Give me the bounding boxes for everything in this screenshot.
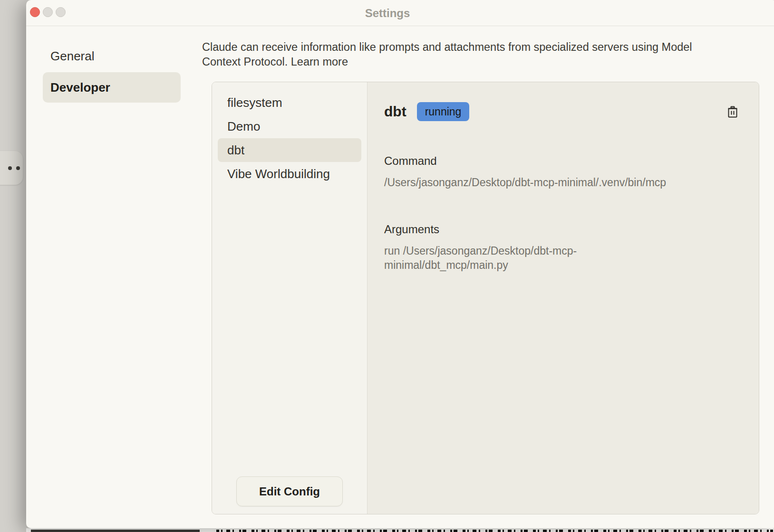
background-window-sliver: [26, 528, 774, 532]
delete-server-button[interactable]: [726, 104, 740, 119]
ellipsis-dot: [8, 166, 12, 170]
command-value: /Users/jasonganz/Desktop/dbt-mcp-minimal…: [384, 175, 740, 190]
server-name: dbt: [384, 104, 406, 120]
server-item-label: Vibe Worldbuilding: [227, 167, 330, 181]
traffic-lights: [30, 7, 66, 17]
server-item-vibe-worldbuilding[interactable]: Vibe Worldbuilding: [218, 162, 361, 186]
server-item-label: filesystem: [227, 95, 282, 110]
mcp-description: Claude can receive information like prom…: [202, 40, 718, 69]
settings-window: Settings General Developer Claude can re…: [26, 0, 774, 528]
server-list: filesystem Demo dbt Vibe Worldbuilding E…: [212, 82, 368, 514]
server-item-filesystem[interactable]: filesystem: [218, 91, 361, 114]
learn-more-link[interactable]: Learn more: [291, 56, 348, 68]
sidebar-item-general[interactable]: General: [43, 42, 181, 70]
ellipsis-dot: [16, 166, 20, 170]
trash-icon: [726, 105, 739, 118]
server-item-label: Demo: [227, 119, 260, 134]
server-item-dbt[interactable]: dbt: [218, 138, 361, 162]
sidebar-item-label: Developer: [50, 80, 110, 95]
mcp-servers-panel: filesystem Demo dbt Vibe Worldbuilding E…: [212, 82, 759, 514]
edge-ellipsis-pill[interactable]: [0, 151, 23, 185]
sidebar-item-label: General: [50, 49, 95, 64]
server-detail-header: dbt running: [384, 102, 740, 121]
background-divider: [31, 530, 200, 532]
settings-sidebar: General Developer: [43, 42, 181, 103]
arguments-label: Arguments: [384, 223, 740, 236]
server-detail: dbt running Command /Users/jaso: [368, 82, 759, 514]
titlebar: Settings: [26, 0, 774, 26]
description-text: Claude can receive information like prom…: [202, 41, 692, 68]
sidebar-item-developer[interactable]: Developer: [43, 72, 181, 103]
background-clipped-text: [216, 530, 773, 532]
edit-config-button[interactable]: Edit Config: [236, 476, 343, 506]
server-item-demo[interactable]: Demo: [218, 114, 361, 138]
arguments-value: run /Users/jasonganz/Desktop/dbt-mcp-min…: [384, 244, 631, 272]
server-item-label: dbt: [227, 143, 244, 158]
status-badge: running: [417, 102, 470, 121]
window-title: Settings: [365, 0, 410, 26]
maximize-window-button[interactable]: [56, 7, 66, 17]
close-window-button[interactable]: [30, 7, 40, 17]
command-label: Command: [384, 154, 740, 168]
minimize-window-button[interactable]: [43, 7, 53, 17]
